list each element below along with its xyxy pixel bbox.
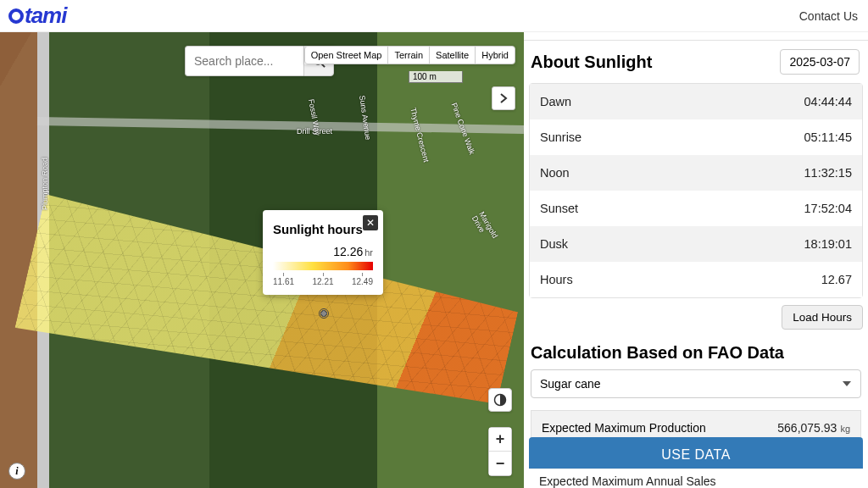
- tick-mid: 12.21: [312, 273, 333, 286]
- panel-top-divider: [524, 32, 868, 41]
- layer-hybrid-button[interactable]: Hybrid: [475, 46, 515, 64]
- layer-terrain-button[interactable]: Terrain: [387, 46, 430, 64]
- row-key: Hours: [540, 273, 573, 286]
- map-layer-switcher: Open Street Map Terrain Satellite Hybrid: [304, 46, 515, 64]
- map-scale: 100 m: [409, 71, 463, 83]
- sunlight-table: Dawn04:44:44 Sunrise05:11:45 Noon11:32:1…: [529, 83, 863, 298]
- row-value: 05:11:45: [804, 130, 852, 144]
- table-row: Noon11:32:15: [530, 155, 862, 191]
- row-value-unit: kg: [840, 424, 850, 434]
- row-value: 566,075.93kg: [777, 421, 850, 435]
- tick-max: 12.49: [352, 273, 373, 286]
- row-key: Dusk: [540, 237, 568, 251]
- row-value-number: 566,075.93: [777, 421, 837, 435]
- calculation-heading: Calculation Based on FAO Data: [531, 343, 861, 363]
- info-icon: i: [15, 465, 18, 478]
- zoom-control: + −: [488, 427, 512, 476]
- row-key: Sunset: [540, 202, 578, 215]
- row-value: 17:52:04: [804, 202, 852, 215]
- table-row: Expected Maximum Annual Sales: [529, 469, 863, 488]
- sunlight-heading: About Sunlight: [531, 53, 652, 72]
- popup-value-unit: hr: [364, 247, 373, 258]
- table-row: Hours12.67: [530, 262, 862, 297]
- color-gradient-legend: [273, 262, 373, 270]
- crop-select[interactable]: Sugar cane: [531, 369, 861, 398]
- row-key: Sunrise: [540, 130, 581, 144]
- logo-o-icon: [8, 8, 24, 24]
- data-panel: About Sunlight 2025-03-07 Dawn04:44:44 S…: [524, 32, 868, 488]
- table-row: Dusk18:19:01: [530, 226, 862, 262]
- close-icon: ✕: [366, 217, 375, 229]
- logo-text: tami: [25, 3, 66, 29]
- table-row: Sunrise05:11:45: [530, 119, 862, 155]
- row-key: Noon: [540, 166, 570, 180]
- row-value: 12.67: [821, 273, 852, 286]
- popup-value-number: 12.26: [333, 245, 363, 258]
- use-data-button[interactable]: USE DATA: [529, 437, 863, 473]
- zoom-out-button[interactable]: −: [489, 452, 511, 475]
- contrast-toggle-button[interactable]: [488, 388, 512, 412]
- row-key: Dawn: [540, 95, 571, 108]
- table-row: Sunset17:52:04: [530, 191, 862, 226]
- row-value: 18:19:01: [804, 237, 852, 251]
- popup-value: 12.26hr: [273, 245, 373, 258]
- contrast-icon: [493, 393, 507, 407]
- search-input[interactable]: [185, 46, 303, 76]
- popup-title: Sunlight hours: [273, 222, 373, 236]
- collapse-panel-button[interactable]: [492, 86, 515, 110]
- table-row: Dawn04:44:44: [530, 84, 862, 119]
- chevron-right-icon: [499, 93, 508, 103]
- row-value: 04:44:44: [804, 95, 852, 108]
- load-hours-button[interactable]: Load Hours: [782, 305, 863, 330]
- popup-close-button[interactable]: ✕: [363, 215, 378, 230]
- brand-logo: tami: [8, 3, 66, 29]
- map-pane[interactable]: Plumpton Road Drill Street Fossil Way Su…: [0, 32, 524, 488]
- map-pin-icon[interactable]: [319, 308, 329, 319]
- minus-icon: −: [496, 455, 505, 472]
- map-attribution-button[interactable]: i: [8, 463, 25, 480]
- tick-min: 11.61: [273, 273, 294, 286]
- plus-icon: +: [496, 430, 505, 447]
- date-picker[interactable]: 2025-03-07: [780, 49, 860, 75]
- layer-osm-button[interactable]: Open Street Map: [304, 46, 389, 64]
- zoom-in-button[interactable]: +: [489, 428, 511, 452]
- row-value: 11:32:15: [804, 166, 852, 180]
- layer-satellite-button[interactable]: Satellite: [429, 46, 476, 64]
- row-key: Expected Maximum Production: [542, 421, 706, 435]
- contact-link[interactable]: Contact Us: [799, 9, 858, 23]
- gradient-ticks: 11.61 12.21 12.49: [273, 273, 373, 286]
- sunlight-popup: ✕ Sunlight hours 12.26hr 11.61 12.21 12.…: [263, 210, 383, 295]
